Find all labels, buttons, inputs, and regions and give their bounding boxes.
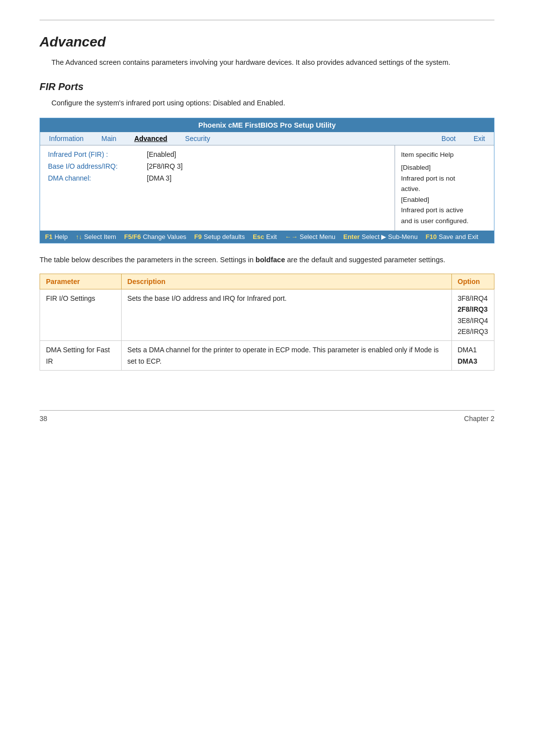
key-f5f6: F5/F6	[124, 233, 141, 240]
key-enter: Enter	[343, 233, 359, 240]
page-title: Advanced	[40, 34, 494, 50]
label-select-item: Select Item	[84, 233, 116, 240]
key-f10: F10	[426, 233, 437, 240]
footer-lr-arrows: ←→ Select Menu	[285, 233, 335, 240]
section-desc: Configure the system's infrared port usi…	[51, 97, 494, 109]
bios-help-not-active-2: active.	[401, 184, 488, 194]
bios-footer: F1 Help ↑↓ Select Item F5/F6 Change Valu…	[40, 231, 494, 243]
label-setup-defaults: Setup defaults	[204, 233, 245, 240]
bios-label-dma: DMA channel:	[48, 174, 147, 182]
bios-row-dma: DMA channel: [DMA 3]	[48, 174, 387, 182]
top-rule	[40, 20, 494, 20]
table-row-fir: FIR I/O Settings Sets the base I/O addre…	[40, 289, 494, 341]
footer-f9: F9 Setup defaults	[194, 233, 245, 240]
bios-row-infrared: Infrared Port (FIR) : [Enabled]	[48, 150, 387, 158]
footer-esc: Esc Exit	[253, 233, 277, 240]
table-row-dma: DMA Setting for Fast IR Sets a DMA chann…	[40, 341, 494, 371]
bios-main: Infrared Port (FIR) : [Enabled] Base I/O…	[40, 145, 395, 230]
key-f9: F9	[194, 233, 202, 240]
key-f1: F1	[45, 233, 52, 240]
label-save-exit: Save and Exit	[439, 233, 478, 240]
footer-f10: F10 Save and Exit	[426, 233, 479, 240]
key-lr-arrows: ←→	[285, 233, 298, 240]
col-header-option: Option	[451, 274, 494, 289]
footer-enter: Enter Select ▶ Sub-Menu	[343, 233, 418, 240]
bios-help-disabled: [Disabled]	[401, 162, 488, 173]
bios-content: Infrared Port (FIR) : [Enabled] Base I/O…	[40, 145, 494, 230]
option-fir-io: 3F8/IRQ4 2F8/IRQ3 3E8/IRQ4 2E8/IRQ3	[451, 289, 494, 341]
bios-help-enabled: [Enabled]	[401, 194, 488, 205]
bios-help-active-1: Infrared port is active	[401, 205, 488, 216]
label-select-submenu: Select ▶ Sub-Menu	[361, 233, 417, 240]
param-table: Parameter Description Option FIR I/O Set…	[40, 274, 494, 371]
bios-row-baseio: Base I/O address/IRQ: [2F8/IRQ 3]	[48, 162, 387, 170]
nav-exit[interactable]: Exit	[465, 132, 494, 145]
param-fir-io: FIR I/O Settings	[40, 289, 122, 341]
footer-f5f6: F5/F6 Change Values	[124, 233, 186, 240]
option-dma: DMA1 DMA3	[451, 341, 494, 371]
label-change-values: Change Values	[143, 233, 186, 240]
bios-label-baseio: Base I/O address/IRQ:	[48, 162, 147, 170]
desc-fir-io: Sets the base I/O address and IRQ for In…	[121, 289, 451, 341]
bios-help-not-active-1: Infrared port is not	[401, 173, 488, 184]
bios-help-title: Item specific Help	[401, 149, 488, 160]
param-dma: DMA Setting for Fast IR	[40, 341, 122, 371]
nav-advanced[interactable]: Advanced	[125, 132, 176, 145]
nav-information[interactable]: Information	[40, 132, 92, 145]
section-title: FIR Ports	[40, 81, 494, 93]
footer-arrows: ↑↓ Select Item	[76, 233, 116, 240]
label-select-menu: Select Menu	[300, 233, 335, 240]
col-header-description: Description	[121, 274, 451, 289]
label-exit: Exit	[266, 233, 277, 240]
desc-dma: Sets a DMA channel for the printer to op…	[121, 341, 451, 371]
col-header-parameter: Parameter	[40, 274, 122, 289]
bios-help-panel: Item specific Help [Disabled] Infrared p…	[395, 145, 494, 230]
chapter-label: Chapter 2	[464, 415, 494, 423]
bios-box: Phoenix cME FirstBIOS Pro Setup Utility …	[40, 118, 494, 243]
key-esc: Esc	[253, 233, 264, 240]
bios-value-baseio: [2F8/IRQ 3]	[147, 162, 182, 170]
nav-boot[interactable]: Boot	[433, 132, 465, 145]
page-footer: 38 Chapter 2	[40, 410, 494, 423]
bios-nav: Information Main Advanced Security Boot …	[40, 132, 494, 145]
nav-main[interactable]: Main	[92, 132, 125, 145]
label-help: Help	[54, 233, 68, 240]
footer-f1: F1 Help	[45, 233, 68, 240]
table-desc: The table below describes the parameters…	[40, 254, 494, 266]
nav-security[interactable]: Security	[176, 132, 219, 145]
bios-header: Phoenix cME FirstBIOS Pro Setup Utility	[40, 118, 494, 132]
bios-label-infrared: Infrared Port (FIR) :	[48, 150, 147, 158]
intro-text: The Advanced screen contains parameters …	[51, 57, 494, 68]
page-number: 38	[40, 415, 47, 423]
key-arrows: ↑↓	[76, 233, 82, 240]
bios-help-active-2: and is user configured.	[401, 216, 488, 227]
bios-value-dma: [DMA 3]	[147, 174, 172, 182]
bios-value-infrared: [Enabled]	[147, 150, 176, 158]
